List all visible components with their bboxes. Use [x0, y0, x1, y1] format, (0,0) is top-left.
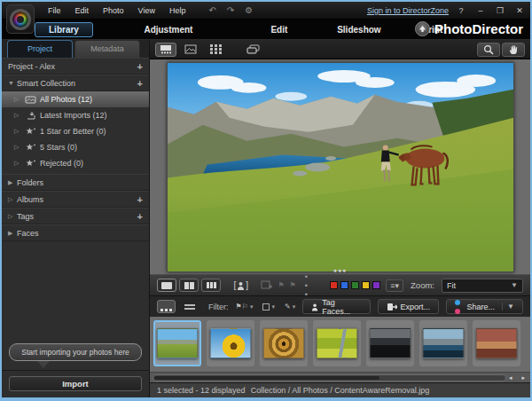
flag-reject-icon-button[interactable]: ⚑ — [290, 281, 296, 289]
smart-collection-label: Smart Collection — [17, 79, 75, 88]
color-label-green[interactable] — [351, 281, 359, 289]
collapsed-triangle-icon[interactable]: ▶ — [8, 230, 17, 237]
viewer-mode-single-button[interactable] — [180, 43, 201, 57]
star-rating-icon — [25, 159, 36, 168]
add-tag-button[interactable]: + — [137, 211, 143, 222]
collapsed-triangle-icon[interactable]: ▷ — [8, 196, 17, 203]
tab-adjustment[interactable]: Adjustment — [120, 22, 217, 37]
browser-filter-bar: Filter: ⚑⚐▾ ▾ ✎▾ Tag Faces... Export... — [150, 295, 530, 317]
browser-thumbnail-view-button[interactable] — [157, 300, 176, 313]
help-button[interactable]: ? — [454, 6, 468, 15]
undo-icon[interactable]: ↶ — [205, 4, 219, 16]
hand-pan-tool-button[interactable] — [502, 43, 525, 57]
thumbnail-4-flower-field[interactable] — [313, 320, 361, 366]
collapsed-triangle-icon[interactable]: ▷ — [8, 213, 17, 220]
flag-filter-dropdown[interactable]: ⚑⚐▾ — [233, 301, 256, 312]
expand-triangle-icon[interactable]: ▷ — [14, 160, 23, 167]
label-filter-dropdown[interactable]: ▾ — [260, 302, 278, 312]
tag-face-icon-button[interactable]: [] — [233, 280, 248, 290]
color-label-red[interactable] — [330, 281, 338, 289]
tab-metadata[interactable]: Metadata — [74, 40, 140, 58]
thumbnail-7-partial[interactable] — [473, 320, 520, 366]
close-button[interactable]: ✕ — [512, 6, 527, 15]
scrollbar-track[interactable] — [153, 374, 506, 381]
tree-item-rejected[interactable]: ▷ Rejected (0) — [2, 155, 149, 171]
add-smart-collection-button[interactable]: + — [137, 78, 143, 89]
browser-list-view-button[interactable] — [180, 300, 199, 313]
zoom-tool-button[interactable] — [477, 43, 500, 57]
color-label-yellow[interactable] — [362, 281, 370, 289]
color-labels — [330, 281, 380, 289]
expand-triangle-icon[interactable]: ▷ — [14, 96, 23, 103]
section-faces[interactable]: ▶ Faces — [2, 224, 149, 241]
scroll-right-arrow[interactable]: ▸ — [521, 374, 525, 381]
thumbnail-2-sunflower[interactable] — [207, 320, 254, 366]
project-header[interactable]: Project - Alex + — [2, 58, 149, 75]
display-options-button[interactable]: ≡▾ — [386, 279, 403, 292]
panel-resize-grip[interactable]: ●●● — [333, 267, 348, 273]
tree-item-1-star-or-better[interactable]: ▷ 1 Star or Better (0) — [2, 123, 149, 139]
menu-file[interactable]: File — [41, 4, 68, 18]
section-albums[interactable]: ▷ Albums + — [2, 191, 149, 208]
expand-triangle-icon[interactable]: ▷ — [14, 112, 23, 119]
tab-edit[interactable]: Edit — [248, 22, 310, 37]
add-project-button[interactable]: + — [137, 61, 143, 72]
thumbnail-6-mountain-lake[interactable] — [419, 320, 467, 366]
add-album-button[interactable]: + — [137, 194, 143, 205]
add-to-album-icon-button[interactable] — [261, 280, 272, 290]
scroll-left-arrow[interactable]: ◂ — [509, 374, 512, 381]
view-multiple-button[interactable] — [201, 279, 221, 292]
view-compare-button[interactable] — [179, 279, 199, 292]
collapsed-triangle-icon[interactable]: ▶ — [8, 179, 17, 186]
menu-edit[interactable]: Edit — [68, 4, 97, 18]
smart-collection-header[interactable]: ▼ Smart Collection + — [2, 75, 149, 91]
thumbnail-scrollbar[interactable]: ◂ ▸ — [150, 372, 530, 382]
expand-triangle-icon[interactable]: ▷ — [14, 144, 23, 151]
edited-filter-dropdown[interactable]: ✎▾ — [282, 301, 298, 312]
tab-library[interactable]: Library — [35, 22, 93, 37]
signin-directorzone-link[interactable]: Sign in to DirectorZone — [367, 6, 449, 15]
tag-faces-button[interactable]: Tag Faces... — [302, 299, 370, 314]
tab-project[interactable]: Project — [7, 40, 73, 58]
photo-viewer[interactable]: ●●● — [150, 59, 530, 274]
tab-slideshow[interactable]: Slideshow — [319, 22, 399, 37]
tree-item-latest-imports[interactable]: ▷ Latest Imports (12) — [2, 107, 149, 123]
thumbnail-5-dark-landscape[interactable] — [366, 320, 414, 366]
view-single-button[interactable] — [157, 279, 176, 292]
scrollbar-handle[interactable] — [154, 376, 379, 380]
tree-item-label: 5 Stars (0) — [40, 143, 77, 152]
viewer-mode-filmstrip-button[interactable] — [155, 43, 176, 57]
color-label-blue[interactable] — [340, 281, 348, 289]
menu-bar: File Edit Photo View Help — [41, 4, 192, 18]
mirror-mode-button[interactable] — [242, 43, 263, 57]
menu-photo[interactable]: Photo — [96, 4, 131, 18]
brand-up-arrow-icon — [415, 21, 430, 36]
export-button[interactable]: Export... — [378, 299, 440, 314]
expand-triangle-icon[interactable]: ▷ — [14, 128, 23, 135]
viewer-bottom-toolbar: [] ⚑ ⚑ • • • • • ≡▾ Zoom: — [150, 274, 530, 295]
export-label: Export... — [401, 303, 431, 311]
zoom-level-dropdown[interactable]: Fit ▼ — [442, 279, 523, 293]
main-photo[interactable] — [167, 62, 514, 272]
share-dropdown-arrow[interactable]: ▼ — [502, 303, 514, 311]
settings-gear-icon[interactable]: ⚙ — [241, 4, 256, 16]
import-button[interactable]: Import — [9, 376, 142, 391]
tree-item-label: 1 Star or Better (0) — [40, 127, 106, 136]
thumbnail-1-selected[interactable] — [153, 320, 201, 366]
minimize-button[interactable]: – — [473, 6, 488, 15]
thumbnail-3-spiral[interactable] — [260, 320, 308, 366]
tree-item-5-stars[interactable]: ▷ 5 Stars (0) — [2, 139, 149, 155]
flag-pick-icon-button[interactable]: ⚑ — [278, 281, 284, 289]
menu-view[interactable]: View — [131, 4, 162, 18]
color-label-purple[interactable] — [372, 281, 380, 289]
share-button[interactable]: Share... ▼ — [446, 299, 523, 314]
menu-help[interactable]: Help — [162, 4, 193, 18]
tree-item-all-photos[interactable]: ▷ All Photos (12) — [2, 91, 149, 107]
collapse-triangle-icon[interactable]: ▼ — [8, 80, 17, 86]
redo-icon[interactable]: ↷ — [223, 4, 238, 16]
maximize-button[interactable]: ❐ — [493, 6, 507, 15]
viewer-mode-grid-button[interactable] — [205, 43, 226, 57]
section-tags[interactable]: ▷ Tags + — [2, 208, 149, 224]
import-tooltip-text: Start importing your photos here — [9, 343, 142, 361]
section-folders[interactable]: ▶ Folders — [2, 174, 149, 191]
